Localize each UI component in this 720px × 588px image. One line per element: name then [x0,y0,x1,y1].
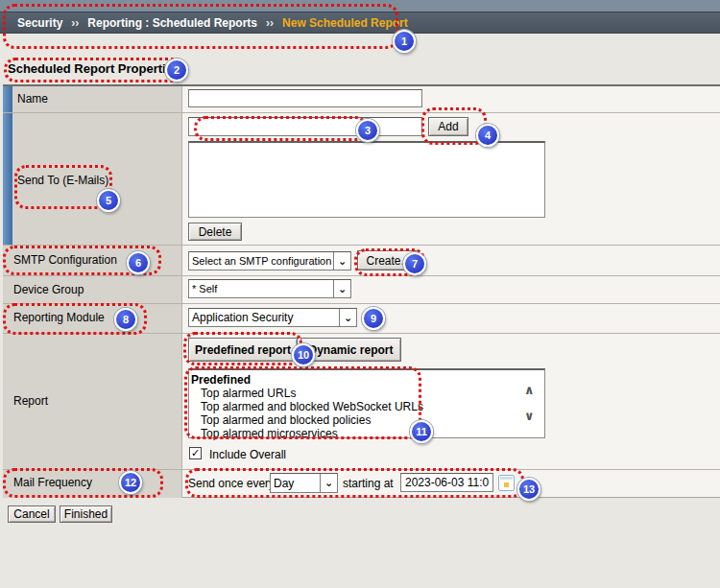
annotation-badge-3: 3 [356,119,379,142]
dynamic-report-tab-button[interactable]: Dynamic report [300,338,401,362]
chevron-down-icon: ⌄ [333,252,350,270]
send-to-label: Send To (E-Mails) [17,174,108,187]
include-overall-label: Include Overall [209,448,286,461]
reporting-module-selected-value: Application Security [189,311,339,324]
start-datetime-input[interactable] [400,473,493,492]
row-divider [3,112,720,113]
smtp-configuration-label: SMTP Configuration [13,253,117,267]
chevron-down-icon: ⌄ [320,474,337,492]
starting-at-label: starting at [343,477,394,490]
scroll-up-icon[interactable]: ∧ [524,383,535,397]
required-rows-strip [3,86,12,245]
add-button[interactable]: Add [428,117,468,136]
checkmark-icon: ✓ [191,448,200,459]
interval-selected-value: Day [271,477,320,490]
device-group-select[interactable]: * Self ⌄ [188,279,351,298]
breadcrumb-reporting-scheduled-reports[interactable]: Reporting : Scheduled Reports [87,16,257,30]
annotation-badge-10: 10 [292,343,315,366]
predefined-report-tab-button[interactable]: Predefined report [188,338,298,362]
annotation-badge-6: 6 [127,251,150,274]
scheduled-report-page: Security ›› Reporting : Scheduled Report… [0,0,720,588]
breadcrumb-separator-icon: ›› [266,16,274,30]
report-list-item[interactable]: Top alarmed URLs [189,387,544,400]
report-list-header: Predefined [189,373,544,387]
smtp-configuration-select[interactable]: Select an SMTP configuration ⌄ [188,251,351,270]
smtp-selected-value: Select an SMTP configuration [189,255,333,267]
calendar-icon[interactable] [498,475,515,491]
name-label: Name [17,92,48,106]
interval-select[interactable]: Day ⌄ [270,473,338,493]
annotation-badge-7: 7 [403,252,426,275]
breadcrumb-separator-icon: ›› [71,16,79,30]
chevron-down-icon: ⌄ [339,309,356,326]
name-input[interactable] [188,89,422,107]
breadcrumb: Security ›› Reporting : Scheduled Report… [0,12,720,34]
page-title: Scheduled Report Properties [8,61,180,76]
recipients-listbox[interactable] [188,141,545,218]
calendar-icon-dot [504,482,509,487]
report-label: Report [13,394,48,408]
device-group-selected-value: * Self [189,283,333,294]
include-overall-checkbox[interactable]: ✓ [189,447,202,459]
annotation-badge-13: 13 [517,478,540,501]
scroll-down-icon[interactable]: ∨ [524,409,535,423]
breadcrumb-security[interactable]: Security [17,16,62,30]
annotation-badge-4: 4 [476,124,499,147]
reporting-module-label: Reporting Module [13,311,105,324]
device-group-label: Device Group [13,283,84,296]
finished-button[interactable]: Finished [60,506,112,523]
report-listbox[interactable]: Predefined Top alarmed URLs Top alarmed … [188,368,545,438]
row-divider [3,469,720,470]
chevron-down-icon: ⌄ [333,280,350,297]
annotation-badge-11: 11 [410,420,433,443]
row-divider [3,333,720,334]
report-list-item[interactable]: Top alarmed and blocked WebSocket URLs [189,400,544,413]
email-input[interactable] [188,117,422,136]
report-list-item[interactable]: Top alarmed and blocked policies [189,413,544,427]
send-once-every-label: Send once every [188,477,275,490]
annotation-badge-8: 8 [114,308,137,331]
row-divider [3,303,720,304]
annotation-badge-12: 12 [119,471,142,494]
mail-frequency-label: Mail Frequency [13,476,92,489]
top-band [0,0,720,12]
annotation-badge-5: 5 [97,189,120,212]
annotation-badge-9: 9 [362,307,385,330]
breadcrumb-current-page: New Scheduled Report [282,16,408,30]
reporting-module-select[interactable]: Application Security ⌄ [188,308,357,327]
calendar-icon-header [500,477,513,480]
report-list-item[interactable]: Top alarmed microservices [189,427,544,440]
delete-button[interactable]: Delete [188,223,242,241]
row-divider [3,245,720,246]
cancel-button[interactable]: Cancel [8,506,56,523]
row-divider [3,275,720,276]
annotation-badge-2: 2 [165,59,188,82]
annotation-badge-1: 1 [393,30,416,53]
